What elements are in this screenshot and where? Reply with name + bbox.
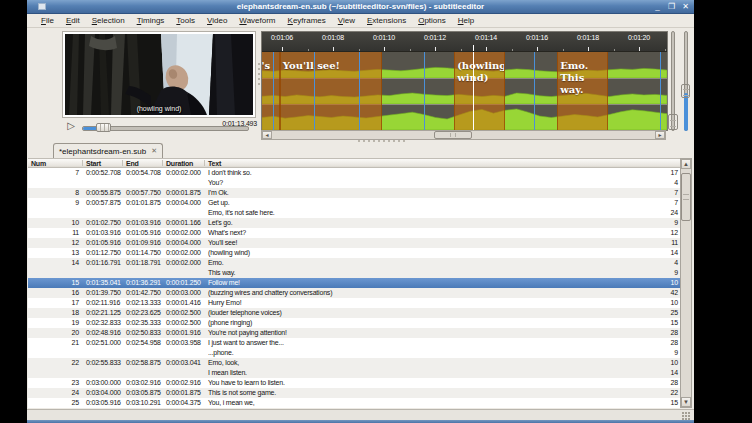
cell-text: I just want to answer the... ...phone. — [208, 338, 284, 358]
video-player[interactable]: (howling wind) — [62, 31, 256, 118]
cell-end: 0:01:01.875 — [126, 198, 161, 208]
menu-waveform[interactable]: Waveform — [233, 14, 281, 27]
minimize-button[interactable]: _ — [653, 1, 662, 12]
header-text[interactable]: Text — [208, 159, 221, 168]
seek-thumb[interactable] — [96, 123, 111, 132]
table-row[interactable]: 140:01:16.7910:01:18.7910:00:02.000Emo. … — [28, 258, 680, 278]
table-row[interactable]: 250:03:05.9160:03:10.2910:00:04.375You, … — [28, 398, 680, 408]
cell-text: (buzzing wires and chattery conversation… — [208, 288, 332, 298]
ruler-major-tick — [435, 47, 436, 51]
titlebar[interactable]: elephantsdream-en.sub (~/subtitleeditor-… — [27, 0, 694, 14]
subtitle-region[interactable]: What's next? — [262, 52, 280, 130]
cell-duration: 0:00:01.250 — [166, 278, 201, 288]
table-row[interactable]: 200:02:48.9160:02:50.8330:00:01.916You'r… — [28, 328, 680, 338]
table-row[interactable]: 230:03:00.0000:03:02.9160:00:02.916You h… — [28, 378, 680, 388]
waveform-ruler[interactable]: 0:01:060:01:080:01:100:01:120:01:140:01:… — [262, 32, 667, 52]
cell-duration: 0:00:02.916 — [166, 378, 201, 388]
subtitle-region[interactable]: Emo. This way. — [557, 52, 608, 130]
tab-document[interactable]: *elephantsdream-en.sub ✕ — [53, 143, 163, 158]
cell-chars-per-line: 28 — [644, 378, 678, 388]
waveform-hscrollbar[interactable]: ◂ ▸ — [261, 130, 666, 140]
pane-divider-vertical[interactable] — [257, 60, 260, 110]
table-row[interactable]: 110:01:03.9160:01:05.9160:00:02.000What'… — [28, 228, 680, 238]
zoom-slider-handle[interactable] — [668, 114, 678, 130]
playhead — [473, 52, 474, 130]
ruler-major-tick — [588, 47, 589, 51]
cell-num: 23 — [28, 378, 79, 388]
menu-edit[interactable]: Edit — [60, 14, 86, 27]
cell-num: 14 — [28, 258, 79, 268]
subtitle-region-label: (howling wind) — [457, 60, 505, 84]
menu-video[interactable]: Video — [201, 14, 233, 27]
ruler-minor-tick — [614, 49, 615, 51]
waveform-hscroll-thumb[interactable] — [434, 131, 472, 139]
header-end[interactable]: End — [126, 159, 139, 168]
menu-file[interactable]: File — [35, 14, 60, 27]
subtitle-table[interactable]: 70:00:52.7080:00:54.7080:00:02.000I don'… — [28, 168, 680, 408]
scroll-right-icon[interactable]: ▸ — [655, 131, 665, 139]
scroll-up-icon[interactable]: ▲ — [681, 159, 691, 169]
menu-keyframes[interactable]: Keyframes — [282, 14, 332, 27]
cell-num: 13 — [28, 248, 79, 258]
waveform-zoom-slider[interactable] — [668, 31, 678, 131]
subtitle-region[interactable]: You'll see! — [280, 52, 382, 130]
table-row[interactable]: 180:02:21.1250:02:23.6250:00:02.500(loud… — [28, 308, 680, 318]
scale-slider-handle[interactable] — [681, 84, 690, 98]
table-row[interactable]: 220:02:55.8330:02:58.8750:00:03.041Emo, … — [28, 358, 680, 378]
cell-text: (howling wind) — [208, 248, 250, 258]
menu-options[interactable]: Options — [412, 14, 452, 27]
resize-grip-icon[interactable] — [682, 412, 691, 420]
cell-start: 0:01:05.916 — [86, 238, 121, 248]
table-row[interactable]: 210:02:51.0000:02:54.9580:00:03.958I jus… — [28, 338, 680, 358]
cell-num: 24 — [28, 388, 79, 398]
subtitle-region-label: Emo. This way. — [560, 60, 607, 96]
table-row[interactable]: 100:01:02.7500:01:03.9160:00:01.166Let's… — [28, 218, 680, 228]
cell-num: 10 — [28, 218, 79, 228]
waveform-scale-slider[interactable] — [681, 31, 690, 131]
table-row[interactable]: 190:02:32.8330:02:35.3330:00:02.500(phon… — [28, 318, 680, 328]
table-vscroll-thumb[interactable] — [681, 173, 691, 221]
play-icon[interactable]: ▷ — [64, 119, 78, 132]
waveform-body[interactable]: What's next?You'll see!(howling wind)Emo… — [262, 52, 667, 130]
ruler-label: 0:01:12 — [424, 34, 446, 41]
table-row[interactable]: 150:01:35.0410:01:36.2910:00:01.250Follo… — [28, 278, 680, 288]
table-row[interactable]: 240:03:04.0000:03:05.8750:00:01.875This … — [28, 388, 680, 398]
keyframe-marker — [314, 52, 315, 130]
header-start[interactable]: Start — [86, 159, 101, 168]
table-row[interactable]: 80:00:55.8750:00:57.7500:00:01.875I'm Ok… — [28, 188, 680, 198]
header-duration[interactable]: Duration — [166, 159, 193, 168]
ruler-minor-tick — [512, 49, 513, 51]
close-icon[interactable]: ✕ — [151, 147, 157, 155]
table-row[interactable]: 120:01:05.9160:01:09.9160:00:04.000You'l… — [28, 238, 680, 248]
table-row[interactable]: 170:02:11.9160:02:13.3330:00:01.416Hurry… — [28, 298, 680, 308]
menu-selection[interactable]: Selection — [86, 14, 131, 27]
table-row[interactable]: 70:00:52.7080:00:54.7080:00:02.000I don'… — [28, 168, 680, 188]
table-row[interactable]: 160:01:39.7500:01:42.7500:00:03.000(buzz… — [28, 288, 680, 298]
menu-help[interactable]: Help — [452, 14, 480, 27]
waveform-panel[interactable]: 0:01:060:01:080:01:100:01:120:01:140:01:… — [261, 31, 668, 131]
header-num[interactable]: Num — [31, 159, 46, 168]
table-vscrollbar[interactable]: ▲ ▼ — [680, 158, 692, 408]
menu-view[interactable]: View — [332, 14, 361, 27]
scroll-left-icon[interactable]: ◂ — [262, 131, 272, 139]
cell-num: 25 — [28, 398, 79, 408]
menu-extensions[interactable]: Extensions — [361, 14, 412, 27]
cell-end: 0:02:23.625 — [126, 308, 161, 318]
cell-start: 0:01:02.750 — [86, 218, 121, 228]
table-row[interactable]: 90:00:57.8750:01:01.8750:00:04.000Get up… — [28, 198, 680, 218]
table-row[interactable]: 130:01:12.7500:01:14.7500:00:02.000(howl… — [28, 248, 680, 258]
scroll-down-icon[interactable]: ▼ — [681, 397, 691, 407]
cell-text: Emo. This way. — [208, 258, 235, 278]
cell-start: 0:01:16.791 — [86, 258, 121, 268]
cell-text: (louder telephone voices) — [208, 308, 282, 318]
ruler-major-tick — [384, 47, 385, 51]
table-header[interactable]: Num Start End Duration Text — [28, 158, 692, 168]
maximize-button[interactable]: ❐ — [667, 1, 676, 12]
pane-divider-horizontal[interactable] — [358, 139, 405, 142]
close-button[interactable]: ✕ — [681, 1, 690, 12]
menu-tools[interactable]: Tools — [170, 14, 201, 27]
cell-chars-per-line: 22 — [644, 388, 678, 398]
ruler-minor-tick — [563, 49, 564, 51]
subtitle-region[interactable]: (howling wind) — [454, 52, 505, 130]
menu-timings[interactable]: Timings — [131, 14, 171, 27]
